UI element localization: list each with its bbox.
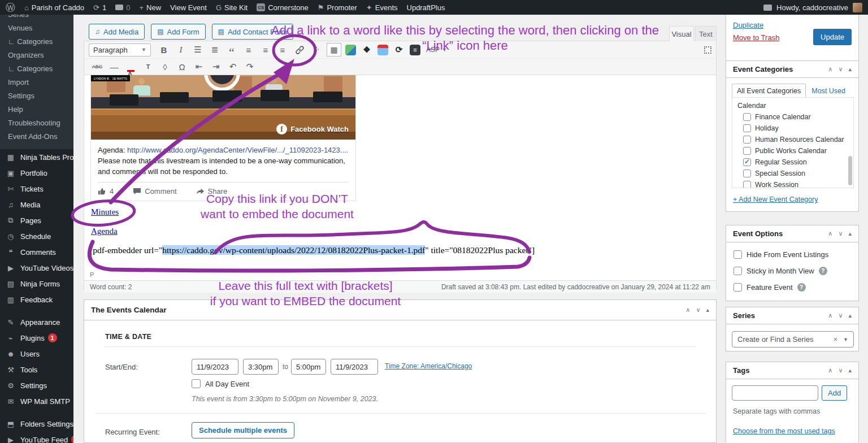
category-checkbox[interactable] [743,158,751,166]
events[interactable]: ✦ Events [366,3,398,12]
align-left-icon[interactable]: ≡ [240,43,257,57]
toggle-panel-icon[interactable]: ▴ [848,230,852,237]
italic-icon[interactable]: I [172,43,189,57]
move-up-icon[interactable]: ∧ [828,230,832,237]
move-down-icon[interactable]: ∨ [838,312,843,319]
tab-visual[interactable]: Visual [669,26,694,41]
category-item[interactable]: Regular Session [743,158,853,166]
event-option-row[interactable]: Sticky in Month View ? [734,267,858,275]
tab-text[interactable]: Text [695,26,717,41]
most-used-tags-link[interactable]: Choose from the most used tags [733,427,835,435]
schedule-multiple-events-button[interactable]: Schedule multiple events [192,422,294,438]
avatar[interactable] [853,3,862,12]
view-event[interactable]: View Event [170,3,207,12]
category-item[interactable]: Work Session [743,181,853,188]
update-button[interactable]: Update [813,29,852,45]
move-down-icon[interactable]: ∨ [838,66,843,73]
toggle-panel-icon[interactable]: ▴ [706,306,709,314]
forms-plugin-icon[interactable]: ≡ [410,45,420,55]
undo-icon[interactable]: ↶ [224,60,241,73]
redo-icon[interactable]: ↷ [241,60,258,73]
blockquote-icon[interactable]: “ [223,43,240,57]
wp-logo-icon[interactable]: Ⓦ [6,1,15,14]
paste-as-text-icon[interactable]: T [140,60,157,73]
submenu-item[interactable]: Settings [0,89,73,103]
updraftplus[interactable]: UpdraftPlus [407,3,445,12]
move-up-icon[interactable]: ∧ [828,66,832,73]
sidebar-item-tickets[interactable]: ✄ Tickets [0,181,73,197]
site-name[interactable]: ⌂ Parish of Caddo [24,3,84,12]
submenu-item[interactable]: Help [0,103,73,116]
sync-icon[interactable]: ⟳ [390,43,407,57]
horizontal-rule-icon[interactable]: — [106,60,123,73]
wpforms-icon[interactable] [345,45,356,55]
category-checkbox[interactable] [743,181,751,188]
option-checkbox[interactable] [734,267,742,275]
move-up-icon[interactable]: ∧ [828,367,832,374]
sidebar-item-ninja-forms[interactable]: ▤ Ninja Forms [0,276,73,292]
comment-button[interactable]: Comment [133,187,176,196]
move-to-trash-link[interactable]: Move to Trash [733,33,779,42]
agenda-url-link[interactable]: http://www.caddo.org/AgendaCenter/ViewFi… [127,146,348,154]
like-button[interactable]: 4 [98,187,114,196]
help-icon[interactable]: ? [819,267,827,275]
minutes-link[interactable]: Minutes [91,207,119,217]
toggle-panel-icon[interactable]: ▴ [848,367,852,374]
category-item[interactable]: Holiday [743,124,853,132]
add-media-button[interactable]: ♫ Add Media [89,24,145,40]
agenda-link[interactable]: Agenda [91,227,118,236]
align-center-icon[interactable]: ≡ [257,43,274,57]
link-icon[interactable] [291,43,308,57]
category-checkbox[interactable] [743,124,751,132]
sidebar-item-media[interactable]: ♫ Media [0,197,73,212]
outdent-icon[interactable]: ⇤ [190,60,207,73]
move-down-icon[interactable]: ∨ [696,306,700,314]
clear-icon[interactable]: × [834,336,837,344]
timezone-link[interactable]: Time Zone: America/Chicago [385,362,472,370]
category-checkbox[interactable] [743,136,751,144]
updates[interactable]: ⟳ 1 [93,3,106,12]
category-item[interactable]: Public Works Calendar [743,147,853,155]
indent-icon[interactable]: ⇥ [207,60,224,73]
sidebar-item-schedule[interactable]: ◷ Schedule [0,228,73,244]
editor-content[interactable]: JOHN ATKINSJOHN-PAUL YOUNGROY BURRELLSTO… [84,75,716,271]
add-form-button[interactable]: ▤ Add Form [151,24,205,40]
sidebar-item-feedback[interactable]: ▥ Feedback [0,292,73,307]
paragraph-select[interactable]: Paragraph ▼ [89,44,151,57]
category-item[interactable]: Human Resources Calendar [743,136,853,144]
category-item[interactable]: Special Session [743,170,853,177]
submenu-item[interactable]: Event Add-Ons [0,130,73,144]
sidebar-item-appearance[interactable]: ✎ Appearance [0,314,73,330]
toggle-panel-icon[interactable]: ▴ [848,66,852,73]
submenu-item[interactable]: Series [0,15,73,21]
duplicate-link[interactable]: Duplicate [733,21,779,29]
sidebar-item-portfolio[interactable]: ▣ Portfolio [0,165,73,181]
move-down-icon[interactable]: ∨ [838,230,843,237]
category-item[interactable]: Finance Calendar [743,113,853,121]
comments-count[interactable]: 0 [115,3,130,12]
submenu-item[interactable]: ∟ Categories [0,35,73,49]
category-checkbox[interactable] [743,147,751,155]
share-button[interactable]: Share [196,187,228,196]
tab-all-categories[interactable]: All Event Categories [732,84,806,98]
cornerstone[interactable]: CS Cornerstone [257,3,309,12]
submenu-item[interactable]: Venues [0,21,73,35]
scrollbar-thumb[interactable] [848,156,852,185]
howdy-account[interactable]: Howdy, caddocreative [776,3,848,12]
comments-bubble-icon[interactable] [763,5,772,11]
text-color-icon[interactable]: A [123,60,140,73]
sidebar-item-pages[interactable]: ⧉ Pages [0,212,73,228]
submenu-item[interactable]: Import [0,76,73,89]
clear-formatting-icon[interactable]: ◊ [157,60,173,73]
sidebar-item-youtube-videos[interactable]: ▶ YouTube Videos [0,260,73,276]
new-tag-input[interactable] [732,385,818,401]
all-day-checkbox[interactable] [192,379,201,388]
sidebar-item-tools[interactable]: ⚒ Tools [0,362,73,377]
sidebar-item-ninja-tables[interactable]: ▦ Ninja Tables Pro [0,149,73,165]
calendar-plugin-icon[interactable] [377,45,388,55]
numbered-list-icon[interactable]: ≣ [206,43,223,57]
pdf-embedder-shortcode[interactable]: [pdf-embedder url="https://caddo.gov/wp-… [90,245,535,255]
strikethrough-icon[interactable]: ABC [89,60,106,73]
help-icon[interactable]: ? [797,283,806,292]
start-date-input[interactable] [192,359,238,375]
